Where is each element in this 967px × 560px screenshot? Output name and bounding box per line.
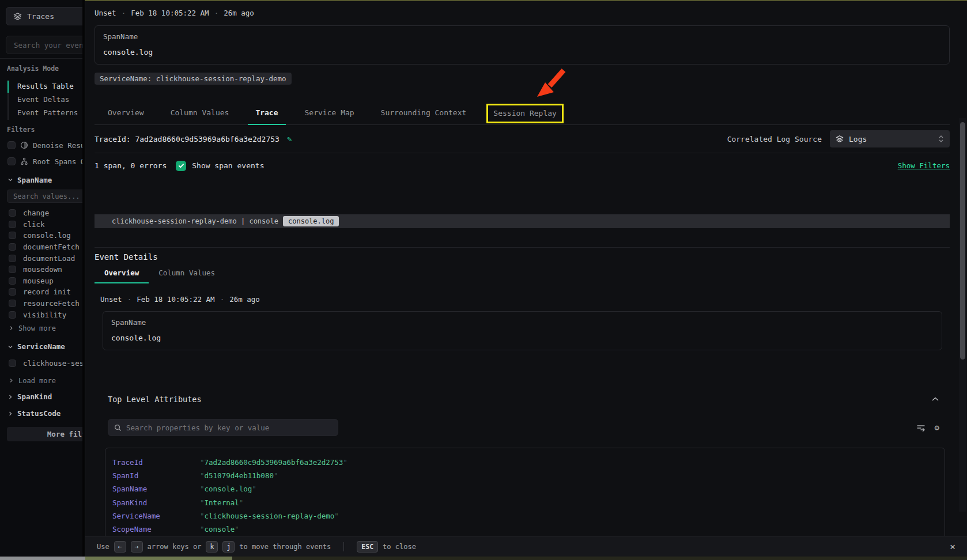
value-checkbox[interactable] [9, 232, 16, 239]
event-timestamp: Feb 18 10:05:22 AM [137, 295, 214, 304]
app-root: Traces Analysis Mode Results Table Event… [0, 0, 967, 560]
denoise-results-toggle[interactable]: Denoise Results [7, 141, 82, 150]
attribute-value: console [200, 525, 239, 533]
trace-waterfall-span-row[interactable]: clickhouse-session-replay-demo | console… [95, 214, 950, 228]
tab-overview[interactable]: Overview [95, 103, 157, 124]
root-spans-checkbox[interactable] [7, 157, 16, 165]
event-relative-time: 26m ago [229, 295, 260, 304]
event-details-tab-overview[interactable]: Overview [95, 264, 149, 283]
attribute-value: Internal [200, 498, 243, 507]
facet-servicename-header[interactable]: ServiceName [7, 342, 82, 351]
trace-id-row: TraceId: 7ad2ad8660c9d53969a6bf6a3e2d275… [95, 125, 950, 153]
layers-icon [836, 135, 844, 143]
attribute-key: SpanId [112, 471, 200, 480]
value-checkbox[interactable] [9, 311, 16, 319]
facet-spanname-header[interactable]: SpanName [7, 175, 82, 184]
attribute-row[interactable]: TraceId 7ad2ad8660c9d53969a6bf6a3e2d2753 [112, 456, 938, 469]
facet-value-change[interactable]: change [0, 207, 82, 219]
value-checkbox[interactable] [9, 266, 16, 273]
attribute-row[interactable]: ScopeName console [112, 523, 938, 536]
traces-source-button[interactable]: Traces [6, 7, 82, 25]
denoise-checkbox[interactable] [7, 141, 16, 149]
tab-trace[interactable]: Trace [242, 103, 291, 124]
edit-icon[interactable]: ✎ [287, 134, 292, 143]
gear-icon[interactable]: ⚙ [935, 423, 939, 432]
spanname-value-search[interactable] [7, 190, 82, 203]
chevron-right-icon [7, 394, 13, 400]
root-spans-toggle[interactable]: Root Spans Only [7, 157, 82, 166]
chevron-up-icon[interactable] [931, 396, 939, 402]
tab-session-replay[interactable]: Session Replay [486, 104, 564, 123]
attribute-row[interactable]: SpanKind Internal [112, 496, 938, 509]
facet-value-record-init[interactable]: record init [0, 286, 82, 298]
service-name-badge[interactable]: ServiceName: clickhouse-session-replay-d… [95, 73, 292, 85]
value-checkbox[interactable] [9, 300, 16, 307]
event-details-tabs: Overview Column Values [95, 264, 950, 283]
mode-event-deltas[interactable]: Event Deltas [9, 93, 82, 107]
top-level-attributes-header: Top Level Attributes [95, 395, 950, 404]
attribute-value: clickhouse-session-replay-demo [200, 512, 339, 520]
value-checkbox[interactable] [9, 288, 16, 296]
mode-results-table[interactable]: Results Table [9, 80, 82, 93]
collapse-lines-icon[interactable] [916, 423, 926, 432]
span-name-card-label: SpanName [111, 318, 934, 327]
event-search-input[interactable] [14, 41, 82, 50]
drawer-scrollbar-thumb[interactable] [960, 122, 965, 360]
show-span-events-checkbox[interactable] [176, 161, 186, 171]
sidebar-horizontal-scrollbar[interactable] [0, 557, 85, 560]
status-badge: Unset [95, 9, 116, 17]
event-timestamp: Feb 18 10:05:22 AM [131, 9, 209, 17]
close-icon[interactable]: ✕ [950, 541, 955, 552]
search-icon [114, 424, 122, 432]
facet-value-visibility[interactable]: visibility [0, 309, 82, 320]
facet-value-console-log[interactable]: console.log [0, 230, 82, 241]
servicename-load-more[interactable]: Load more [9, 376, 82, 385]
traces-button-label: Traces [27, 12, 54, 21]
background-edge-dark [232, 557, 967, 560]
tab-column-values[interactable]: Column Values [157, 103, 243, 124]
attributes-search-row: ⚙ [95, 419, 950, 436]
sidebar-divider [0, 58, 82, 59]
tab-surrounding-context[interactable]: Surrounding Context [368, 103, 480, 124]
spanname-value-search-input[interactable] [13, 192, 82, 200]
key-k: k [206, 541, 218, 553]
denoise-label: Denoise Results [33, 141, 82, 150]
spanname-show-more[interactable]: Show more [9, 324, 82, 333]
facet-value-mousedown[interactable]: mousedown [0, 264, 82, 275]
more-filters-button[interactable]: More filters [7, 427, 82, 441]
facet-statuscode-header[interactable]: StatusCode [7, 409, 82, 418]
value-checkbox[interactable] [9, 255, 16, 262]
chevron-down-icon [7, 344, 13, 350]
facet-value-resourcefetch[interactable]: resourceFetch [0, 298, 82, 309]
attribute-value: console.log [200, 485, 256, 493]
value-checkbox[interactable] [9, 243, 16, 251]
facet-spankind-header[interactable]: SpanKind [7, 392, 82, 402]
attribute-row[interactable]: SpanId d51079d4eb11b080 [112, 469, 938, 482]
facet-value-documentfetch[interactable]: documentFetch [0, 241, 82, 253]
value-checkbox[interactable] [9, 360, 16, 367]
chevron-down-icon [7, 177, 13, 183]
event-search-box[interactable] [6, 36, 82, 54]
attribute-row[interactable]: SpanName console.log [112, 482, 938, 495]
tab-service-map[interactable]: Service Map [292, 103, 368, 124]
value-checkbox[interactable] [9, 221, 16, 228]
value-checkbox[interactable] [9, 209, 16, 217]
facet-value-documentload[interactable]: documentLoad [0, 252, 82, 264]
property-search-input[interactable] [126, 423, 332, 432]
show-filters-link[interactable]: Show Filters [898, 161, 950, 170]
background-chart-sliver [85, 557, 232, 560]
event-details-tab-column-values[interactable]: Column Values [149, 264, 225, 283]
facet-value-service[interactable]: clickhouse-session-replay-demo [0, 358, 82, 369]
span-name-card-label: SpanName [103, 32, 941, 41]
facet-value-mouseup[interactable]: mouseup [0, 275, 82, 287]
layers-icon [13, 12, 22, 21]
log-source-select[interactable]: Logs [830, 130, 950, 147]
attribute-value: d51079d4eb11b080 [200, 471, 278, 480]
event-detail-drawer: Unset · Feb 18 10:05:22 AM · 26m ago Spa… [85, 0, 967, 557]
value-checkbox[interactable] [9, 277, 16, 285]
mode-event-patterns[interactable]: Event Patterns [9, 107, 82, 120]
attribute-row[interactable]: ServiceName clickhouse-session-replay-de… [112, 509, 938, 523]
facet-value-click[interactable]: click [0, 219, 82, 230]
chevron-updown-icon [938, 134, 944, 143]
property-search-box[interactable] [108, 419, 338, 436]
